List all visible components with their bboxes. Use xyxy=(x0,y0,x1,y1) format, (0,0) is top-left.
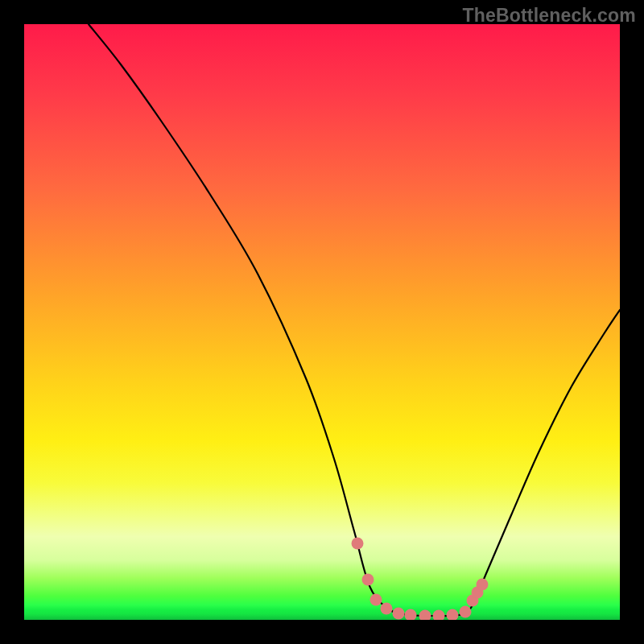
highlight-dot xyxy=(381,603,393,615)
highlight-dot xyxy=(370,594,382,606)
highlight-dot xyxy=(352,538,364,550)
highlight-dot xyxy=(419,610,431,621)
curve-layer xyxy=(24,24,620,620)
highlight-dot xyxy=(447,609,459,621)
watermark-text: TheBottleneck.com xyxy=(462,5,636,27)
highlight-dot xyxy=(460,606,472,618)
highlight-dot xyxy=(405,609,417,621)
chart-frame: TheBottleneck.com xyxy=(0,0,644,644)
highlight-dot xyxy=(477,579,489,591)
plot-area xyxy=(24,24,620,620)
highlight-dot xyxy=(393,608,405,620)
highlight-dot xyxy=(433,610,445,621)
highlight-dots xyxy=(352,538,489,621)
bottleneck-curve xyxy=(89,24,620,616)
highlight-dot xyxy=(362,574,374,586)
